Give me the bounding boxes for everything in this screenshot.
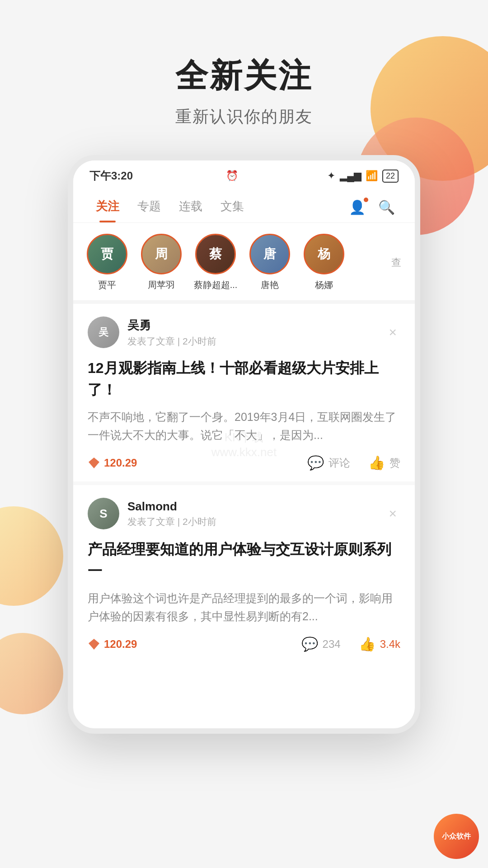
avatar-item-4[interactable]: 杨 杨娜	[299, 234, 349, 291]
diamond-icon-0	[88, 457, 100, 469]
avatar-name-2: 蔡静超超...	[194, 279, 238, 291]
like-icon-1: 👍	[359, 636, 375, 652]
avatar-item-3[interactable]: 唐 唐艳	[245, 234, 295, 291]
bottom-badge: 小众软件	[434, 814, 479, 859]
bg-circle-orange-bottom	[0, 633, 63, 714]
post-author-name-1: Salmond	[127, 500, 377, 514]
post-footer-0: 120.29 💬 评论 👍 赞	[88, 455, 400, 471]
nav-tabs: 关注 专题 连载 文集 👤 🔍	[73, 188, 415, 223]
tab-series[interactable]: 连载	[170, 192, 211, 222]
post-avatar-1: S	[88, 498, 119, 529]
header-area: 全新关注 重新认识你的朋友	[0, 0, 488, 155]
like-count-1: 3.4k	[380, 638, 400, 651]
avatar-name-3: 唐艳	[261, 279, 279, 291]
diamond-icon-1	[88, 638, 100, 651]
comment-button-0[interactable]: 💬 评论	[307, 455, 350, 471]
status-time: 下午3:20	[89, 169, 133, 183]
like-label-0: 赞	[389, 456, 400, 470]
diamond-value-1: 120.29	[104, 638, 137, 651]
header-title: 全新关注	[0, 54, 488, 98]
tab-follow[interactable]: 关注	[87, 192, 128, 222]
bg-circle-yellow-left	[0, 506, 63, 606]
comment-label-0: 评论	[328, 456, 350, 470]
avatar-item-1[interactable]: 周 周苹羽	[136, 234, 186, 291]
post-card-1: S Salmond 发表了文章 | 2小时前 × 产品经理要知道的用户体验与交互…	[73, 485, 415, 663]
avatar-image-0: 贾	[87, 234, 127, 274]
comment-button-1[interactable]: 💬 234	[301, 636, 341, 652]
bluetooth-icon: ✦	[327, 170, 335, 182]
avatar-image-2: 蔡	[195, 234, 236, 274]
post-author-info-0: 吴勇 发表了文章 | 2小时前	[127, 317, 377, 348]
post-avatar-0: 吴	[88, 316, 119, 348]
avatar-item-2[interactable]: 蔡 蔡静超超...	[191, 234, 240, 291]
post-close-1[interactable]: ×	[385, 504, 400, 523]
avatar-item-0[interactable]: 贾 贾平	[82, 234, 132, 291]
battery-icon: 22	[382, 170, 399, 183]
status-icons: ✦ ▂▄▆ 📶 22	[327, 170, 399, 183]
like-button-0[interactable]: 👍 赞	[368, 455, 400, 471]
wifi-icon: 📶	[366, 170, 378, 182]
post-excerpt-0: 不声不响地，它翻了一个身。2019年3月4日，互联网圈发生了一件说大不大的大事。…	[88, 408, 400, 444]
see-all-button[interactable]: 查	[391, 256, 406, 269]
post-close-0[interactable]: ×	[385, 323, 400, 342]
post-title-0[interactable]: 12月观影指南上线！十部必看超级大片安排上了！	[88, 357, 400, 401]
avatar-name-1: 周苹羽	[148, 279, 175, 291]
comment-icon-0: 💬	[307, 455, 324, 471]
avatar-image-3: 唐	[249, 234, 290, 274]
post-footer-1: 120.29 💬 234 👍 3.4k	[88, 636, 400, 652]
tab-collection[interactable]: 文集	[211, 192, 253, 222]
status-bar: 下午3:20 ⏰ ✦ ▂▄▆ 📶 22	[73, 160, 415, 188]
post-card-0: 吴 吴勇 发表了文章 | 2小时前 × 12月观影指南上线！十部必看超级大片安排…	[73, 304, 415, 481]
svg-marker-0	[89, 458, 99, 468]
comment-count-1: 234	[323, 638, 341, 651]
post-author-name-0: 吴勇	[127, 317, 377, 333]
signal-icon: ▂▄▆	[340, 170, 361, 182]
like-button-1[interactable]: 👍 3.4k	[359, 636, 400, 652]
post-header-0: 吴 吴勇 发表了文章 | 2小时前 ×	[88, 316, 400, 348]
tab-topic[interactable]: 专题	[128, 192, 170, 222]
avatar-name-4: 杨娜	[315, 279, 333, 291]
avatar-image-4: 杨	[304, 234, 344, 274]
post-excerpt-1: 用户体验这个词也许是产品经理提到的最多的一个词，影响用户体验的因素有很多，其中显…	[88, 589, 400, 625]
header-subtitle: 重新认识你的朋友	[0, 106, 488, 128]
avatar-row: 贾 贾平 周 周苹羽 蔡 蔡静超超... 唐 唐艳 杨 杨娜 查	[73, 223, 415, 304]
post-diamond-1: 120.29	[88, 638, 283, 651]
alarm-icon: ⏰	[226, 170, 238, 182]
phone-inner: 下午3:20 ⏰ ✦ ▂▄▆ 📶 22 关注 专题 连载 文集 👤 🔍	[73, 160, 415, 663]
comment-icon-1: 💬	[301, 636, 318, 652]
notification-badge	[364, 198, 368, 202]
avatar-name-0: 贾平	[98, 279, 116, 291]
post-header-1: S Salmond 发表了文章 | 2小时前 ×	[88, 498, 400, 529]
svg-marker-1	[89, 639, 99, 650]
search-icon[interactable]: 🔍	[372, 195, 401, 220]
like-icon-0: 👍	[368, 455, 385, 471]
post-meta-1: 发表了文章 | 2小时前	[127, 515, 377, 528]
phone-mockup: 下午3:20 ⏰ ✦ ▂▄▆ 📶 22 关注 专题 连载 文集 👤 🔍	[68, 155, 420, 734]
post-title-1[interactable]: 产品经理要知道的用户体验与交互设计原则系列一	[88, 538, 400, 582]
add-friend-icon[interactable]: 👤	[343, 195, 372, 220]
diamond-value-0: 120.29	[104, 457, 137, 469]
post-meta-0: 发表了文章 | 2小时前	[127, 335, 377, 348]
post-author-info-1: Salmond 发表了文章 | 2小时前	[127, 500, 377, 528]
avatar-image-1: 周	[141, 234, 182, 274]
post-diamond-0: 120.29	[88, 457, 289, 469]
